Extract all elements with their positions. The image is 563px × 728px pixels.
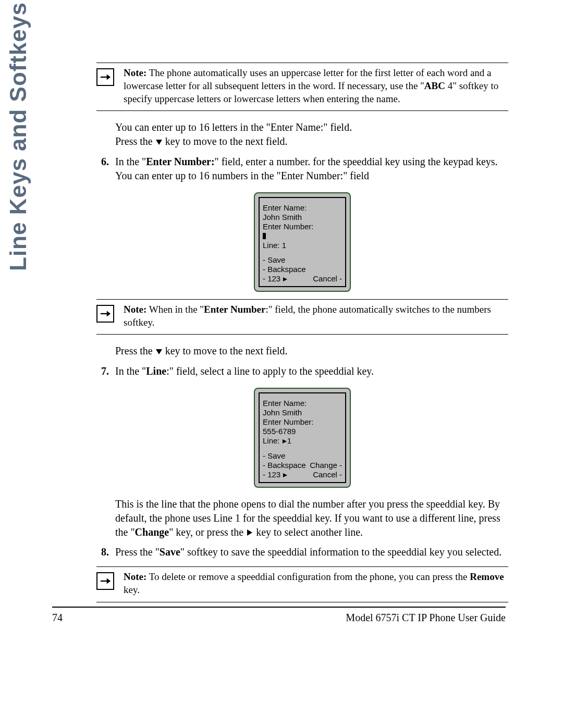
screen-line: Line: 1 <box>263 241 342 250</box>
t: In the " <box>115 156 146 167</box>
t: :" field, select a line to apply to the … <box>166 365 374 377</box>
screen-line-cursor <box>263 231 342 241</box>
footer: 74 Model 6757i CT IP Phone User Guide <box>52 607 506 624</box>
screen-line: Enter Name: <box>263 399 342 408</box>
t: key to move to the next field. <box>163 345 288 356</box>
note-block-1: Note: The phone automatically uses an up… <box>96 63 508 110</box>
t-bold: Enter Number: <box>146 156 214 167</box>
right-arrow-icon <box>246 526 253 540</box>
step-text: In the "Line:" field, select a line to a… <box>115 364 508 382</box>
softkey-save[interactable]: - Save <box>263 451 342 461</box>
note-1-text: Note: The phone automatically uses an up… <box>124 66 508 105</box>
phone-frame: Enter Name: John Smith Enter Number: 555… <box>254 388 351 488</box>
para1b-pre: Press the <box>115 135 155 147</box>
paragraph-3: This is the line that the phone opens to… <box>115 497 508 540</box>
softkey-backspace[interactable]: - Backspace <box>263 461 306 470</box>
step-number: 6. <box>96 155 109 187</box>
t: " softkey to save the speeddial informat… <box>180 546 501 558</box>
step-number: 8. <box>96 545 109 563</box>
note-2-text: Note: When in the "Enter Number:" field,… <box>124 303 508 329</box>
screen-line: John Smith <box>263 213 342 222</box>
side-title: Line Keys and Softkeys <box>31 47 63 271</box>
step-text: In the "Enter Number:" field, enter a nu… <box>115 155 508 187</box>
softkey-backspace[interactable]: - Backspace <box>263 265 342 274</box>
paragraph-1: You can enter up to 16 letters in the "E… <box>115 120 508 150</box>
svg-marker-2 <box>156 140 162 145</box>
t: key to select another line. <box>253 526 363 538</box>
note-3-text: Note: To delete or remove a speeddial co… <box>124 570 508 596</box>
softkey-change[interactable]: Change - <box>310 461 342 470</box>
arrow-right-icon <box>96 305 114 323</box>
screen-line: 555-6789 <box>263 427 342 436</box>
t: key. <box>124 584 140 595</box>
page: Line Keys and Softkeys Note: The phone a… <box>0 0 563 728</box>
svg-marker-7 <box>283 439 287 443</box>
svg-marker-1 <box>107 75 111 80</box>
page-number: 74 <box>52 612 63 624</box>
t-bold: Remove <box>470 571 504 582</box>
lbl: - 123 <box>263 470 280 479</box>
down-arrow-icon <box>155 345 163 359</box>
down-arrow-icon <box>155 135 163 150</box>
t-bold: Line <box>146 365 166 377</box>
softkey-123[interactable]: - 123 <box>263 274 288 284</box>
svg-marker-11 <box>107 578 111 584</box>
screen-line: Enter Number: <box>263 417 342 427</box>
right-arrow-icon <box>283 275 288 284</box>
phone-screen: Enter Name: John Smith Enter Number: Lin… <box>259 197 346 287</box>
t: " key, or press the <box>169 526 246 538</box>
phone-screen-1-wrap: Enter Name: John Smith Enter Number: Lin… <box>96 192 508 292</box>
lbl: - 123 <box>263 274 280 283</box>
screen-line-line: Line: 1 <box>263 436 342 446</box>
rule <box>96 334 508 335</box>
screen-line: Enter Number: <box>263 222 342 231</box>
screen-line: Enter Name: <box>263 203 342 213</box>
softkey-save[interactable]: - Save <box>263 255 342 265</box>
t-bold: Change <box>135 526 169 538</box>
t: In the " <box>115 365 146 377</box>
right-arrow-icon <box>283 471 288 480</box>
arrow-right-icon <box>96 572 114 590</box>
softkey-cancel[interactable]: Cancel - <box>313 274 342 284</box>
t: When in the " <box>146 304 204 315</box>
step-number: 7. <box>96 364 109 382</box>
cursor-icon <box>263 233 266 239</box>
svg-marker-6 <box>156 349 162 354</box>
phone-screen: Enter Name: John Smith Enter Number: 555… <box>259 392 346 483</box>
note-lead: Note: <box>124 304 146 315</box>
svg-marker-5 <box>107 311 111 317</box>
softkey-123[interactable]: - 123 <box>263 470 288 480</box>
paragraph-2: Press the key to move to the next field. <box>115 344 508 359</box>
content: Note: The phone automatically uses an up… <box>96 63 508 602</box>
note-lead: Note: <box>124 67 146 78</box>
footer-title: Model 6757i CT IP Phone User Guide <box>346 612 506 624</box>
t: Press the <box>115 345 155 356</box>
svg-marker-9 <box>247 529 252 536</box>
step-text: Press the "Save" softkey to save the spe… <box>115 545 508 563</box>
rule <box>96 110 508 111</box>
note-block-2: Note: When in the "Enter Number:" field,… <box>96 300 508 334</box>
note-lead: Note: <box>124 571 146 582</box>
step-8: 8. Press the "Save" softkey to save the … <box>96 545 508 563</box>
softkey-cancel[interactable]: Cancel - <box>313 470 342 480</box>
screen-line: John Smith <box>263 408 342 417</box>
para1b-post: key to move to the next field. <box>163 135 288 147</box>
t: To delete or remove a speeddial configur… <box>146 571 470 582</box>
t: 1 <box>287 436 291 445</box>
step-6: 6. In the "Enter Number:" field, enter a… <box>96 155 508 187</box>
t-bold: Enter Number <box>204 304 265 315</box>
phone-screen-2-wrap: Enter Name: John Smith Enter Number: 555… <box>96 388 508 488</box>
svg-marker-8 <box>283 473 287 477</box>
arrow-right-icon <box>96 68 114 86</box>
phone-frame: Enter Name: John Smith Enter Number: Lin… <box>254 192 351 292</box>
step-7: 7. In the "Line:" field, select a line t… <box>96 364 508 382</box>
para1a: You can enter up to 16 letters in the "E… <box>115 121 352 133</box>
right-arrow-icon <box>282 437 287 446</box>
note-bold: ABC <box>424 80 445 91</box>
svg-marker-3 <box>283 277 287 281</box>
side-title-text: Line Keys and Softkeys <box>5 2 31 271</box>
rule <box>96 602 508 602</box>
t-bold: Save <box>160 546 180 558</box>
t: Line: <box>263 436 282 445</box>
note-block-3: Note: To delete or remove a speeddial co… <box>96 567 508 601</box>
